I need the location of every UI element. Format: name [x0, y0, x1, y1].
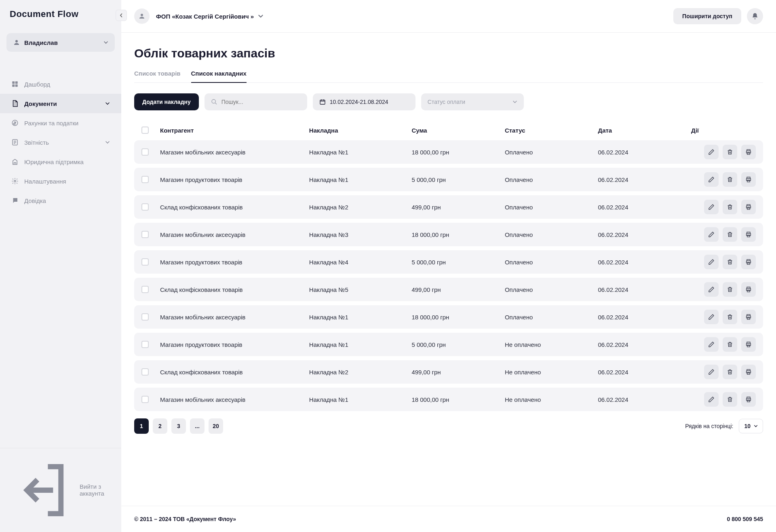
sidebar-item-documents[interactable]: Документи [0, 94, 121, 113]
edit-button[interactable] [704, 172, 719, 187]
delete-icon [727, 204, 733, 210]
edit-button[interactable] [704, 365, 719, 379]
delete-button[interactable] [723, 255, 737, 269]
cell-invoice: Накладна №1 [309, 396, 412, 403]
sidebar-item-label: Звітність [24, 139, 49, 146]
delete-button[interactable] [723, 282, 737, 297]
cell-amount: 499,00 грн [411, 204, 505, 211]
documents-icon [11, 100, 19, 107]
rows-per-page-select[interactable]: 10 [739, 419, 763, 433]
search-box[interactable] [205, 93, 307, 110]
logout-link[interactable]: Вийти з аккаунта [0, 454, 121, 526]
row-checkbox[interactable] [141, 286, 149, 293]
edit-icon [708, 259, 715, 265]
edit-button[interactable] [704, 392, 719, 407]
table-row: Магазин мобільних аксесуарівНакладна №11… [134, 140, 763, 164]
edit-button[interactable] [704, 227, 719, 242]
dashboard-icon [11, 80, 19, 88]
delete-button[interactable] [723, 365, 737, 379]
svg-rect-4 [15, 84, 18, 87]
print-button[interactable] [741, 282, 756, 297]
sidebar-item-settings[interactable]: Налаштування [0, 171, 121, 191]
sidebar-item-legal[interactable]: Юридична підтримка [0, 152, 121, 171]
sidebar-item-dashboard[interactable]: Дашборд [0, 74, 121, 94]
cell-counterparty: Склад конфіскованих товарів [160, 204, 309, 211]
logout-label: Вийти з аккаунта [80, 483, 110, 497]
delete-button[interactable] [723, 200, 737, 214]
sidebar-item-accounts[interactable]: Рахунки та податки [0, 113, 121, 133]
date-range-picker[interactable]: 10.02.2024-21.08.2024 [313, 93, 415, 110]
edit-button[interactable] [704, 337, 719, 352]
row-checkbox[interactable] [141, 258, 149, 266]
page-button[interactable]: 2 [153, 418, 167, 434]
cell-amount: 18 000,00 грн [411, 396, 505, 403]
print-button[interactable] [741, 392, 756, 407]
delete-button[interactable] [723, 172, 737, 187]
row-checkbox[interactable] [141, 203, 149, 211]
status-filter[interactable]: Статус оплати [421, 93, 524, 110]
edit-button[interactable] [704, 310, 719, 324]
page-button[interactable]: 3 [171, 418, 186, 434]
sidebar-collapse-button[interactable] [116, 10, 127, 21]
print-button[interactable] [741, 172, 756, 187]
search-input[interactable] [221, 93, 301, 110]
table-row: Магазин продуктових твоарівНакладна №45 … [134, 250, 763, 274]
company-avatar[interactable] [134, 8, 150, 24]
print-button[interactable] [741, 365, 756, 379]
user-menu[interactable]: Владислав [6, 33, 115, 52]
print-button[interactable] [741, 227, 756, 242]
row-checkbox[interactable] [141, 313, 149, 321]
page-button[interactable]: 1 [134, 418, 149, 434]
row-checkbox[interactable] [141, 176, 149, 183]
cell-invoice: Накладна №1 [309, 149, 412, 156]
delete-button[interactable] [723, 310, 737, 324]
add-invoice-button[interactable]: Додати накладну [134, 93, 199, 110]
share-access-button[interactable]: Поширити доступ [673, 8, 741, 24]
edit-button[interactable] [704, 255, 719, 269]
select-all-checkbox[interactable] [141, 127, 149, 134]
notifications-button[interactable] [747, 8, 763, 24]
row-checkbox[interactable] [141, 341, 149, 348]
sidebar-item-reports[interactable]: Звітність [0, 133, 121, 152]
chevron-down-icon [258, 13, 264, 19]
delete-button[interactable] [723, 227, 737, 242]
edit-button[interactable] [704, 282, 719, 297]
print-button[interactable] [741, 310, 756, 324]
print-icon [745, 369, 752, 375]
row-checkbox[interactable] [141, 148, 149, 156]
sidebar-item-help[interactable]: Довідка [0, 191, 121, 210]
svg-rect-3 [12, 84, 15, 87]
delete-button[interactable] [723, 392, 737, 407]
table-row: Магазин мобільних аксесуарівНакладна №11… [134, 305, 763, 329]
print-button[interactable] [741, 255, 756, 269]
table-row: Магазин мобільних аксесуарівНакладна №11… [134, 388, 763, 411]
tab[interactable]: Список накладних [191, 70, 247, 82]
sidebar-item-label: Довідка [24, 197, 46, 204]
edit-icon [708, 369, 715, 375]
company-switch[interactable] [258, 13, 264, 19]
print-button[interactable] [741, 145, 756, 159]
delete-button[interactable] [723, 337, 737, 352]
svg-point-0 [15, 40, 18, 42]
chevron-down-icon [754, 424, 758, 428]
row-checkbox[interactable] [141, 368, 149, 376]
accounts-icon [11, 119, 19, 127]
invoices-table: Контрагент Накладна Сума Статус Дата Дії… [134, 120, 763, 411]
cell-counterparty: Склад конфіскованих товарів [160, 369, 309, 376]
page-button[interactable]: 20 [209, 418, 223, 434]
edit-icon [708, 231, 715, 238]
reports-icon [11, 139, 19, 146]
cell-status: Не оплачено [505, 396, 598, 403]
table-row: Склад конфіскованих товарівНакладна №249… [134, 360, 763, 384]
row-checkbox[interactable] [141, 396, 149, 403]
page-button[interactable]: ... [190, 418, 205, 434]
row-checkbox[interactable] [141, 231, 149, 238]
edit-button[interactable] [704, 145, 719, 159]
tab[interactable]: Список товарів [134, 70, 181, 82]
edit-button[interactable] [704, 200, 719, 214]
print-button[interactable] [741, 337, 756, 352]
cell-date: 06.02.2024 [598, 204, 691, 211]
print-icon [745, 259, 752, 265]
print-button[interactable] [741, 200, 756, 214]
delete-button[interactable] [723, 145, 737, 159]
